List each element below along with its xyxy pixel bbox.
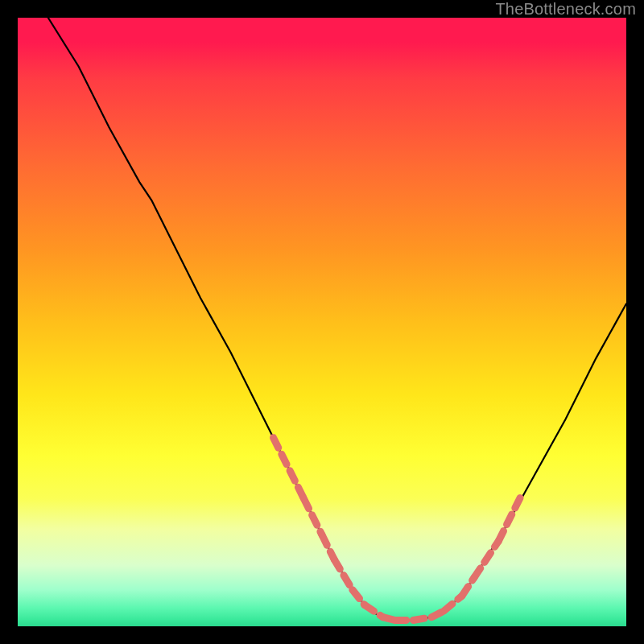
highlight-segment [474,541,498,577]
highlight-layer [274,438,523,621]
highlight-segment [274,438,304,499]
highlight-segment [334,559,353,590]
curve-layer [48,18,626,620]
chart-svg [18,18,626,626]
watermark-text: TheBottleneck.com [495,0,636,19]
highlight-segment [303,498,322,535]
outer-frame: TheBottleneck.com [0,0,644,644]
highlight-segment [322,535,334,559]
plot-area [18,18,626,626]
highlight-segment [498,493,522,541]
curve-path [48,18,626,620]
